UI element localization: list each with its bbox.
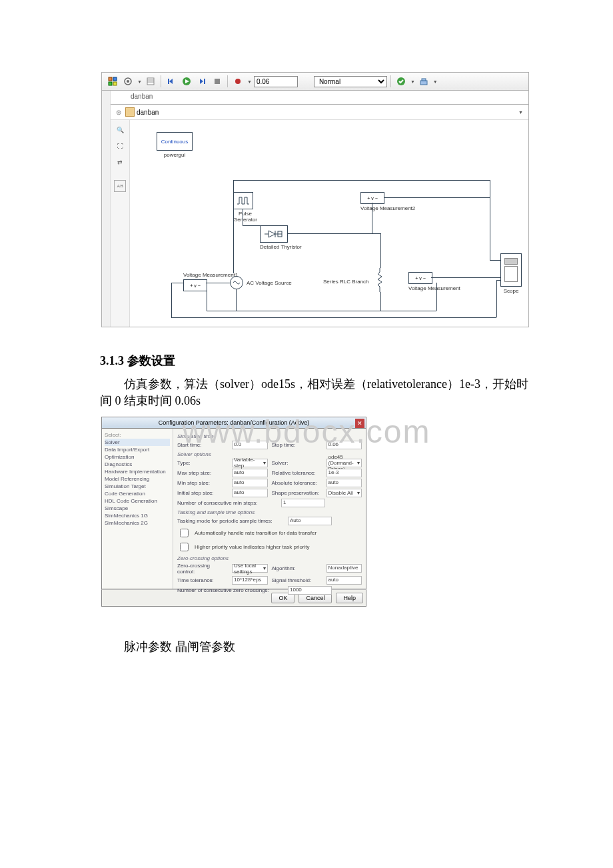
svg-marker-20: [269, 231, 275, 237]
model-icon: [125, 107, 135, 117]
block-label: Voltage Measurement2: [360, 205, 415, 211]
step-back-icon[interactable]: [165, 75, 178, 88]
shape-select[interactable]: Disable All▾: [326, 489, 362, 497]
canvas-palette: 🔍 ⛶ ⇄ AB: [111, 120, 130, 327]
breadcrumb: ⊛ danban ▼: [111, 105, 528, 120]
rlc-block[interactable]: [376, 268, 383, 292]
build-icon[interactable]: [417, 75, 430, 88]
powergui-block[interactable]: Continuous: [157, 132, 193, 151]
model-name[interactable]: danban: [125, 107, 159, 117]
model-canvas[interactable]: Continuous powergui Pulse Generator Deta…: [130, 120, 528, 327]
tt-input[interactable]: 10*128*eps: [232, 576, 268, 585]
block-label: Pulse Generator: [233, 211, 257, 223]
svg-rect-15: [215, 79, 220, 84]
fit-icon[interactable]: ⛶: [114, 140, 126, 152]
section-heading: 3.1.3 参数设置: [100, 353, 537, 369]
check-icon[interactable]: [394, 75, 408, 88]
close-icon[interactable]: ✕: [355, 419, 364, 428]
left-gutter: [102, 91, 111, 327]
alg-input[interactable]: Nonadaptive: [326, 564, 362, 573]
reltol-input[interactable]: 1e-3: [326, 469, 362, 477]
svg-point-16: [235, 79, 241, 84]
pulse-generator-block[interactable]: [233, 192, 253, 209]
block-label: Detailed Thyristor: [260, 244, 302, 250]
svg-rect-18: [420, 81, 427, 85]
auto-rate-checkbox[interactable]: [180, 529, 189, 537]
chevron-down-icon[interactable]: ▼: [410, 79, 415, 84]
stop-time-field[interactable]: 0.06: [326, 441, 362, 449]
svg-marker-13: [200, 79, 203, 84]
type-select[interactable]: Variable-step▾: [232, 459, 268, 467]
library-icon[interactable]: [144, 75, 157, 88]
record-icon[interactable]: [231, 75, 245, 88]
chevron-down-icon[interactable]: ▼: [518, 110, 523, 115]
thyristor-block[interactable]: [260, 225, 288, 243]
stop-time-input[interactable]: [254, 76, 298, 87]
svg-rect-3: [113, 82, 117, 85]
block-label: Series RLC Branch: [323, 279, 368, 285]
chevron-down-icon[interactable]: ▼: [137, 79, 142, 84]
svg-rect-14: [204, 79, 205, 84]
svg-rect-19: [422, 79, 426, 81]
model-browser-icon[interactable]: [106, 75, 119, 88]
svg-marker-9: [169, 79, 173, 84]
chevron-down-icon[interactable]: ▼: [433, 79, 438, 84]
block-label: Scope: [500, 288, 522, 294]
paragraph: 仿真参数，算法（solver）ode15s，相对误差（relativetoler…: [100, 376, 537, 409]
config-parameters-window: Configuration Parameters: danban/Configu…: [101, 417, 366, 607]
priority-checkbox[interactable]: [180, 543, 189, 551]
simulink-window: ▼ ▼ Normal ▼ ▼ danban ⊛ danban ▼ 🔍 ⛶: [101, 72, 529, 327]
gear-icon[interactable]: [121, 75, 135, 88]
voltage-measurement-block[interactable]: + v −: [183, 279, 207, 291]
abstol-input[interactable]: auto: [326, 479, 362, 487]
scope-block[interactable]: [500, 253, 522, 287]
start-time-input[interactable]: 0.0: [232, 441, 268, 449]
config-titlebar: Configuration Parameters: danban/Configu…: [101, 417, 366, 429]
zoom-icon[interactable]: 🔍: [114, 124, 126, 136]
nzc-input[interactable]: 1000: [288, 586, 332, 595]
zcc-select[interactable]: Use local settings▾: [232, 564, 268, 573]
svg-rect-2: [109, 82, 112, 85]
paragraph: 脉冲参数 晶闸管参数: [100, 639, 537, 655]
svg-rect-6: [147, 78, 154, 85]
tab-danban[interactable]: danban: [131, 93, 153, 100]
simulink-toolbar: ▼ ▼ Normal ▼ ▼: [102, 73, 528, 91]
block-label: Voltage Measurement: [408, 285, 460, 291]
step-forward-icon[interactable]: [195, 75, 209, 88]
block-label: AC Voltage Source: [247, 280, 292, 286]
initstep-input[interactable]: auto: [232, 489, 268, 497]
mode-select[interactable]: Normal: [314, 76, 387, 87]
maxstep-input[interactable]: auto: [232, 469, 268, 477]
voltage-measurement-block[interactable]: + v −: [360, 192, 384, 204]
st-input[interactable]: auto: [326, 576, 362, 585]
task-input[interactable]: Auto: [288, 517, 332, 525]
arrow-icon[interactable]: ⇄: [114, 156, 126, 168]
block-label: powergui: [157, 152, 193, 158]
consec-input[interactable]: 1: [281, 499, 325, 507]
tab-bar: danban: [111, 91, 528, 105]
annotation-icon[interactable]: AB: [114, 180, 126, 192]
voltage-measurement-block[interactable]: + v −: [408, 272, 432, 284]
svg-rect-10: [168, 79, 169, 84]
minstep-input[interactable]: auto: [232, 479, 268, 487]
solver-select[interactable]: ode45 (Dormand-Prince)▾: [326, 459, 362, 467]
nav-back-icon[interactable]: ⊛: [116, 109, 121, 116]
chevron-down-icon[interactable]: ▼: [247, 79, 252, 84]
config-tree[interactable]: Select: Solver Data Import/Export Optimi…: [102, 429, 173, 589]
svg-point-5: [127, 80, 129, 83]
stop-icon[interactable]: [211, 75, 224, 88]
svg-rect-1: [113, 77, 117, 81]
svg-rect-0: [109, 77, 112, 81]
config-main-panel: Simulation time Start time:0.0Stop time:…: [173, 429, 366, 589]
ac-source-block[interactable]: [230, 276, 243, 289]
run-icon[interactable]: [180, 75, 193, 88]
